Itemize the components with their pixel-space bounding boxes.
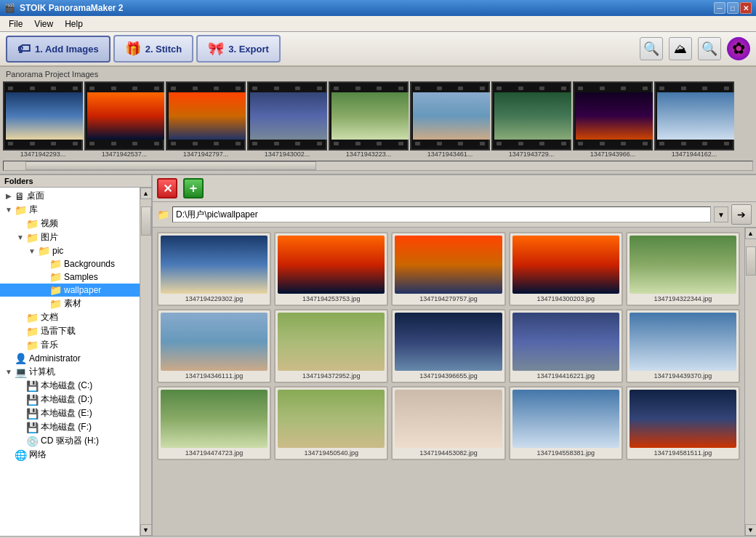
tree-label: pic [52, 246, 63, 256]
image-thumbnail[interactable]: 1347194581511.jpg [626, 386, 740, 460]
tree-toggle-icon [15, 422, 26, 433]
filmstrip-scroll-thumb[interactable] [25, 161, 316, 170]
menu-help[interactable]: Help [59, 17, 89, 31]
image-thumbnail[interactable]: 1347194346111.jpg [157, 309, 271, 383]
image-thumbnail[interactable]: 1347194453082.jpg [391, 386, 505, 460]
folder-icon: 🌐 [15, 449, 27, 461]
add-button[interactable]: + [183, 178, 204, 198]
step2-label: 2. Stitch [145, 44, 182, 55]
tree-item-pic[interactable]: ▼📁pic [0, 244, 140, 257]
settings-button[interactable]: ✿ [727, 37, 750, 60]
tree-item-文档[interactable]: 📁文档 [0, 310, 140, 324]
image-scrollbar-thumb[interactable] [746, 246, 756, 276]
thumbnail-label: 1347194346111.jpg [185, 372, 244, 380]
step1-button[interactable]: 🏷 1. Add Images [6, 36, 110, 63]
image-thumbnail[interactable]: 1347194279757.jpg [391, 232, 505, 306]
thumbnail-image [278, 390, 385, 448]
scrollbar-up-button[interactable]: ▲ [140, 188, 152, 199]
image-grid-scrollbar[interactable]: ▲ ▼ [744, 228, 756, 536]
tree-item-本地磁盘(c:)[interactable]: 💾本地磁盘 (C:) [0, 379, 140, 393]
tree-label: 图片 [41, 231, 58, 244]
filmstrip-item[interactable]: 13471943729... [491, 81, 571, 158]
tree-item-backgrounds[interactable]: 📁Backgrounds [0, 257, 140, 270]
image-thumbnail[interactable]: 1347194372952.jpg [274, 309, 388, 383]
image-thumbnail[interactable]: 1347194439370.jpg [626, 309, 740, 383]
image-thumbnail[interactable]: 1347194396655.jpg [391, 309, 505, 383]
step3-label: 3. Export [228, 44, 269, 55]
image-thumbnail[interactable]: 1347194416221.jpg [509, 309, 623, 383]
image-thumbnail[interactable]: 1347194229302.jpg [157, 232, 271, 306]
navigate-button[interactable]: ➔ [731, 204, 752, 225]
tree-item-计算机[interactable]: ▼💻计算机 [0, 365, 140, 379]
toolbar: 🏷 1. Add Images 🎁 2. Stitch 🎀 3. Export … [0, 32, 756, 67]
zoom-in-button[interactable]: 🔍 [698, 37, 721, 60]
tree-label: 库 [29, 204, 38, 216]
filmstrip-item[interactable]: 13471943461... [410, 81, 490, 158]
tree-item-本地磁盘(d:)[interactable]: 💾本地磁盘 (D:) [0, 393, 140, 406]
image-scrollbar-up[interactable]: ▲ [745, 228, 757, 239]
scrollbar-down-button[interactable]: ▼ [140, 524, 152, 536]
menu-file[interactable]: File [3, 17, 28, 31]
step3-button[interactable]: 🎀 3. Export [196, 35, 281, 63]
filmstrip-item[interactable]: 13471942293... [3, 81, 83, 158]
folder-icon: 📁 [49, 284, 62, 296]
thumbnail-label: 1347194253753.jpg [302, 295, 361, 302]
filmstrip-scroll[interactable]: 13471942293... 13471942537... 1347194279… [3, 80, 753, 159]
tree-item-库[interactable]: ▼📁库 [0, 203, 140, 217]
tree-item-网络[interactable]: 🌐网络 [0, 448, 140, 462]
menu-view[interactable]: View [28, 17, 59, 31]
tree-label: 素材 [64, 297, 81, 310]
folder-icon: 📁 [26, 326, 39, 337]
tree-item-音乐[interactable]: 📁音乐 [0, 338, 140, 352]
thumbnail-label: 1347194474723.jpg [185, 449, 244, 457]
image-thumbnail[interactable]: 1347194558381.jpg [509, 386, 623, 460]
path-input[interactable] [172, 206, 711, 222]
stitch-icon: 🎁 [125, 41, 141, 57]
tree-item-迅雷下载[interactable]: 📁迅雷下载 [0, 324, 140, 338]
thumbnail-image [395, 390, 502, 448]
cancel-button[interactable]: ✕ [157, 178, 177, 198]
filmstrip-scrollbar[interactable] [3, 161, 753, 171]
filmstrip-item[interactable]: 13471943223... [329, 81, 409, 158]
image-thumbnail[interactable]: 1347194474723.jpg [157, 386, 271, 460]
filmstrip-item[interactable]: 13471943002... [247, 81, 327, 158]
thumbnail-image [395, 236, 502, 294]
thumbnail-label: 1347194372952.jpg [302, 372, 361, 380]
path-dropdown-button[interactable]: ▼ [714, 206, 728, 222]
tree-item-administrator[interactable]: 👤Administrator [0, 352, 140, 365]
tree-label: 计算机 [29, 366, 55, 378]
zoom-out-button[interactable]: 🔍 [640, 37, 663, 60]
tree-item-本地磁盘(f:)[interactable]: 💾本地磁盘 (F:) [0, 420, 140, 434]
tree-item-素材[interactable]: 📁素材 [0, 297, 140, 310]
scrollbar-thumb[interactable] [141, 206, 151, 236]
folder-icon: 💾 [26, 380, 39, 392]
image-thumbnail[interactable]: 1347194322344.jpg [626, 232, 740, 306]
image-thumbnail[interactable]: 134719450540.jpg [274, 386, 388, 460]
tree-item-wallpaper[interactable]: 📁wallpaper [0, 284, 140, 297]
minimize-button[interactable]: ─ [714, 2, 725, 14]
filmstrip-item[interactable]: 13471942797... [166, 81, 246, 158]
tree-label: 本地磁盘 (F:) [41, 421, 92, 433]
tree-item-图片[interactable]: ▼📁图片 [0, 230, 140, 244]
tree-item-samples[interactable]: 📁Samples [0, 270, 140, 284]
folder-tree-scrollbar[interactable]: ▲ ▼ [140, 188, 151, 536]
image-thumbnail[interactable]: 1347194300203.jpg [509, 232, 623, 306]
image-thumbnail[interactable]: 1347194253753.jpg [274, 232, 388, 306]
tree-item-本地磁盘(e:)[interactable]: 💾本地磁盘 (E:) [0, 406, 140, 420]
tree-item-桌面[interactable]: ▶🖥桌面 [0, 189, 140, 203]
close-button[interactable]: ✕ [740, 2, 752, 14]
filmstrip-item[interactable]: 13471944162... [654, 81, 734, 158]
title-bar-text: STOIK PanoramaMaker 2 [20, 3, 124, 13]
tree-item-视频[interactable]: 📁视频 [0, 217, 140, 230]
panorama-slider-button[interactable]: ⛰ [669, 37, 692, 60]
folders-title: Folders [0, 175, 151, 188]
tree-label: 本地磁盘 (D:) [41, 393, 92, 406]
folder-icon: 📁 [157, 209, 169, 220]
step2-button[interactable]: 🎁 2. Stitch [113, 35, 194, 63]
maximize-button[interactable]: □ [727, 2, 739, 14]
filmstrip-item[interactable]: 13471943966... [573, 81, 653, 158]
folder-icon: 📁 [38, 245, 50, 257]
image-scrollbar-down[interactable]: ▼ [745, 524, 757, 536]
tree-item-cd驱动器(h:)[interactable]: 💿CD 驱动器 (H:) [0, 434, 140, 448]
filmstrip-item[interactable]: 13471942537... [84, 81, 164, 158]
